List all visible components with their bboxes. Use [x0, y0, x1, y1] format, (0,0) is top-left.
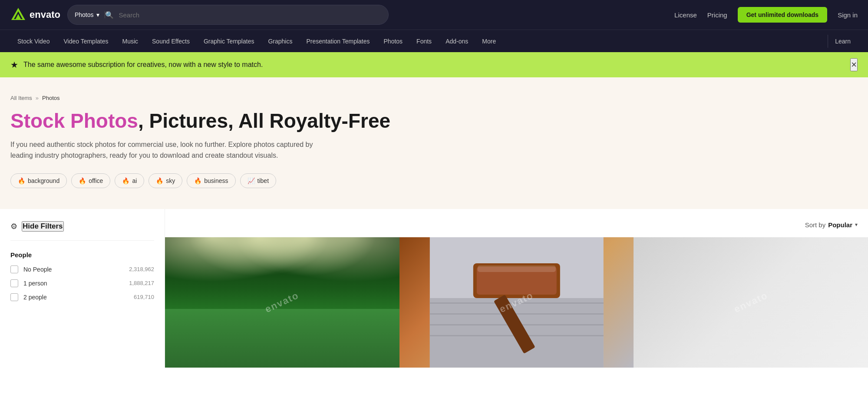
two-people-count: 619,710: [134, 294, 154, 300]
page-title: Stock Photos, Pictures, All Royalty-Free: [10, 110, 858, 132]
banner-close-button[interactable]: ×: [850, 58, 858, 71]
results-area: Sort by Popular ▾ envato: [165, 209, 868, 368]
tag-business[interactable]: 🔥 business: [187, 173, 235, 188]
license-link[interactable]: License: [674, 11, 697, 19]
search-category-selector[interactable]: Photos ▾: [75, 11, 105, 18]
no-people-label: No People: [23, 266, 124, 273]
sort-label: Sort by: [805, 221, 826, 229]
nav-right: License Pricing Get unlimited downloads …: [674, 7, 858, 23]
no-people-count: 2,318,962: [129, 266, 154, 272]
tag-background[interactable]: 🔥 background: [10, 173, 67, 188]
gavel-illustration: [399, 237, 634, 368]
logo-text: envato: [30, 9, 60, 20]
two-people-label: 2 people: [23, 294, 129, 301]
secondary-nav-item-learn[interactable]: Learn: [828, 30, 858, 53]
page-title-rest: , Pictures, All Royalty-Free: [138, 109, 390, 132]
logo-area[interactable]: envato: [10, 7, 60, 23]
stadium-field-effect: [165, 309, 399, 368]
tag-tibet[interactable]: 📈 tibet: [240, 173, 276, 188]
search-bar: Photos ▾ 🔍: [67, 5, 389, 25]
get-unlimited-button[interactable]: Get unlimited downloads: [738, 7, 827, 23]
tag-label: background: [28, 177, 59, 184]
fire-icon: 🔥: [156, 177, 163, 184]
filter-no-people: No People 2,318,962: [10, 265, 154, 273]
secondary-nav-item-graphic-templates[interactable]: Graphic Templates: [197, 30, 261, 53]
tag-label: office: [89, 177, 103, 184]
tag-label: ai: [132, 177, 137, 184]
pricing-link[interactable]: Pricing: [707, 11, 727, 19]
sort-chevron-icon: ▾: [855, 222, 858, 228]
one-person-label: 1 person: [23, 280, 124, 287]
sort-value: Popular: [828, 221, 852, 229]
top-nav: envato Photos ▾ 🔍 License Pricing Get un…: [0, 0, 868, 30]
hero-section: All Items » Photos Stock Photos, Picture…: [0, 77, 868, 209]
promo-banner: ★ The same awesome subscription for crea…: [0, 52, 868, 77]
two-people-checkbox[interactable]: [10, 293, 18, 301]
secondary-nav-item-stock-video[interactable]: Stock Video: [10, 30, 56, 53]
watermark-text: envato: [732, 289, 769, 315]
search-category-label: Photos: [75, 11, 94, 18]
fire-icon: 🔥: [18, 177, 25, 184]
trending-tags: 🔥 background 🔥 office 🔥 ai 🔥 sky 🔥 busin…: [10, 173, 858, 188]
secondary-nav-item-photos[interactable]: Photos: [377, 30, 410, 53]
fire-icon: 🔥: [194, 177, 201, 184]
breadcrumb-all-items[interactable]: All Items: [10, 95, 32, 101]
tag-office[interactable]: 🔥 office: [71, 173, 110, 188]
breadcrumb-current: Photos: [42, 95, 59, 101]
secondary-nav-item-graphics[interactable]: Graphics: [261, 30, 299, 53]
no-people-checkbox[interactable]: [10, 265, 18, 273]
tag-sky[interactable]: 🔥 sky: [149, 173, 182, 188]
hide-filters-button[interactable]: Hide Filters: [22, 221, 64, 232]
people-section-title: People: [10, 251, 154, 259]
people-filter-section: People No People 2,318,962 1 person 1,88…: [10, 251, 154, 301]
svg-rect-6: [429, 313, 603, 315]
secondary-nav: Stock Video Video Templates Music Sound …: [0, 30, 868, 52]
sign-in-link[interactable]: Sign in: [838, 11, 858, 19]
photo-card-gavel[interactable]: envato: [399, 237, 634, 368]
page-title-highlight: Stock Photos: [10, 109, 138, 132]
search-input[interactable]: [114, 11, 381, 19]
star-icon: ★: [10, 60, 18, 70]
one-person-count: 1,888,217: [129, 280, 154, 286]
trending-icon: 📈: [248, 177, 255, 184]
secondary-nav-item-fonts[interactable]: Fonts: [409, 30, 439, 53]
secondary-nav-item-more[interactable]: More: [475, 30, 503, 53]
tag-label: business: [204, 177, 228, 184]
search-icon: 🔍: [105, 11, 114, 19]
one-person-checkbox[interactable]: [10, 279, 18, 287]
envato-logo-icon: [10, 7, 26, 23]
secondary-nav-item-addons[interactable]: Add-ons: [439, 30, 475, 53]
photo-grid: envato: [165, 237, 868, 368]
tag-label: tibet: [257, 177, 269, 184]
filters-panel: ⚙ Hide Filters People No People 2,318,96…: [0, 209, 165, 368]
watermark-overlay: envato: [634, 237, 868, 368]
breadcrumb: All Items » Photos: [10, 95, 858, 101]
secondary-nav-item-sound-effects[interactable]: Sound Effects: [145, 30, 197, 53]
stadium-lights-effect: [165, 237, 399, 315]
sort-control[interactable]: Sort by Popular ▾: [805, 221, 858, 229]
filter-1-person: 1 person 1,888,217: [10, 279, 154, 287]
svg-rect-5: [429, 302, 603, 304]
page-description: If you need authentic stock photos for c…: [10, 139, 314, 161]
secondary-nav-item-presentation-templates[interactable]: Presentation Templates: [299, 30, 376, 53]
banner-text: The same awesome subscription for creati…: [23, 61, 850, 69]
tag-ai[interactable]: 🔥 ai: [115, 173, 144, 188]
secondary-nav-item-music[interactable]: Music: [115, 30, 145, 53]
photo-card-stadium[interactable]: envato: [165, 237, 399, 368]
chevron-down-icon: ▾: [96, 11, 99, 18]
tag-label: sky: [166, 177, 175, 184]
secondary-nav-item-video-templates[interactable]: Video Templates: [56, 30, 115, 53]
fire-icon: 🔥: [122, 177, 129, 184]
results-toolbar: Sort by Popular ▾: [165, 209, 868, 237]
filters-sliders-icon: ⚙: [10, 222, 17, 231]
breadcrumb-separator: »: [36, 95, 39, 101]
photo-card-third[interactable]: envato: [634, 237, 868, 368]
filters-header: ⚙ Hide Filters: [10, 209, 154, 241]
fire-icon: 🔥: [79, 177, 86, 184]
main-content: ⚙ Hide Filters People No People 2,318,96…: [0, 209, 868, 368]
svg-rect-12: [477, 265, 555, 272]
filter-2-people: 2 people 619,710: [10, 293, 154, 301]
